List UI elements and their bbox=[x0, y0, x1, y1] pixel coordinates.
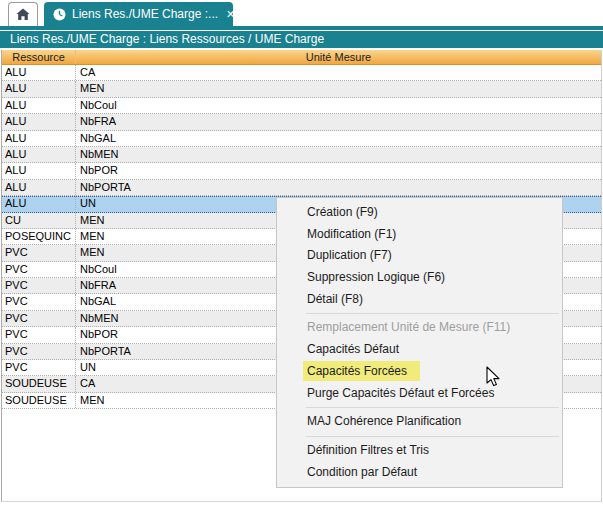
home-icon bbox=[16, 8, 30, 21]
menu-item[interactable]: Capacités Défaut bbox=[277, 339, 562, 361]
menu-item[interactable]: Création (F9) bbox=[277, 202, 562, 224]
breadcrumb: Liens Res./UME Charge : Liens Ressources… bbox=[0, 31, 603, 48]
menu-separator bbox=[306, 436, 559, 437]
cell-ressource: SOUDEUSE bbox=[2, 376, 76, 391]
cell-unite-mesure: NbMEN bbox=[76, 147, 601, 162]
cell-ressource: ALU bbox=[2, 163, 76, 178]
menu-item-label: Duplication (F7) bbox=[307, 248, 392, 262]
app-window: Liens Res./UME Charge :... ✕ Liens Res./… bbox=[0, 0, 603, 506]
menu-item[interactable]: Purge Capacités Défaut et Forcées bbox=[277, 383, 562, 405]
menu-item-label: Capacités Forcées bbox=[303, 361, 420, 381]
menu-item[interactable]: Capacités Forcées bbox=[277, 361, 562, 383]
cell-ressource: ALU bbox=[2, 147, 76, 162]
table-row[interactable]: ALUMEN bbox=[2, 81, 601, 97]
cell-ressource: PVC bbox=[2, 245, 76, 260]
cell-ressource: PVC bbox=[2, 327, 76, 342]
cell-unite-mesure: NbGAL bbox=[76, 131, 601, 146]
context-menu: Création (F9)Modification (F1)Duplicatio… bbox=[276, 197, 563, 488]
cell-ressource: CU bbox=[2, 213, 76, 228]
cell-ressource: ALU bbox=[2, 114, 76, 129]
menu-item-label: Condition par Défaut bbox=[307, 465, 417, 479]
grid-header: Ressource Unité Mesure bbox=[2, 50, 601, 65]
menu-item-label: Création (F9) bbox=[307, 205, 378, 219]
table-row[interactable]: ALUNbPORTA bbox=[2, 180, 601, 196]
menu-item-label: Capacités Défaut bbox=[307, 342, 399, 356]
cell-ressource: ALU bbox=[2, 98, 76, 113]
cell-ressource: PVC bbox=[2, 262, 76, 277]
cell-ressource: SOUDEUSE bbox=[2, 393, 76, 408]
cell-unite-mesure: NbFRA bbox=[76, 114, 601, 129]
table-row[interactable]: ALUNbPOR bbox=[2, 163, 601, 179]
menu-separator bbox=[306, 407, 559, 408]
cell-ressource: ALU bbox=[2, 65, 76, 80]
menu-item-label: Modification (F1) bbox=[307, 227, 396, 241]
cell-unite-mesure: NbPORTA bbox=[76, 180, 601, 195]
menu-item[interactable]: Détail (F8) bbox=[277, 289, 562, 311]
menu-item-label: Suppression Logique (F6) bbox=[307, 270, 445, 284]
home-tab[interactable] bbox=[8, 2, 38, 26]
tab-bar: Liens Res./UME Charge :... ✕ bbox=[0, 0, 603, 30]
menu-separator bbox=[306, 313, 559, 314]
tab-close-icon[interactable]: ✕ bbox=[224, 7, 237, 22]
cell-unite-mesure: NbPOR bbox=[76, 163, 601, 178]
cell-ressource: PVC bbox=[2, 278, 76, 293]
cell-unite-mesure: MEN bbox=[76, 81, 601, 96]
cell-ressource: ALU bbox=[2, 180, 76, 195]
table-row[interactable]: ALUNbGAL bbox=[2, 131, 601, 147]
column-header-ressource[interactable]: Ressource bbox=[2, 50, 76, 64]
menu-item[interactable]: Condition par Défaut bbox=[277, 462, 562, 484]
table-row[interactable]: ALUCA bbox=[2, 65, 601, 81]
menu-item[interactable]: Définition Filtres et Tris bbox=[277, 440, 562, 462]
tab-strip bbox=[0, 26, 603, 30]
menu-item[interactable]: Duplication (F7) bbox=[277, 245, 562, 267]
active-tab-label: Liens Res./UME Charge :... bbox=[72, 7, 218, 21]
cell-ressource: PVC bbox=[2, 360, 76, 375]
menu-item[interactable]: MAJ Cohérence Planification bbox=[277, 411, 562, 433]
cell-ressource: PVC bbox=[2, 294, 76, 309]
menu-item[interactable]: Suppression Logique (F6) bbox=[277, 267, 562, 289]
menu-item: Remplacement Unité de Mesure (F11) bbox=[277, 317, 562, 339]
menu-item-label: MAJ Cohérence Planification bbox=[307, 414, 461, 428]
cell-ressource: PVC bbox=[2, 311, 76, 326]
menu-item-label: Définition Filtres et Tris bbox=[307, 443, 429, 457]
column-header-unite-mesure[interactable]: Unité Mesure bbox=[76, 50, 601, 64]
clock-icon bbox=[53, 8, 66, 21]
menu-item-label: Purge Capacités Défaut et Forcées bbox=[307, 386, 494, 400]
table-row[interactable]: ALUNbFRA bbox=[2, 114, 601, 130]
cell-unite-mesure: NbCoul bbox=[76, 98, 601, 113]
active-tab[interactable]: Liens Res./UME Charge :... ✕ bbox=[44, 2, 233, 26]
cell-ressource: ALU bbox=[2, 81, 76, 96]
cell-ressource: ALU bbox=[2, 131, 76, 146]
cell-ressource: ALU bbox=[2, 196, 76, 211]
table-row[interactable]: ALUNbMEN bbox=[2, 147, 601, 163]
menu-item[interactable]: Modification (F1) bbox=[277, 224, 562, 246]
menu-item-label: Remplacement Unité de Mesure (F11) bbox=[307, 320, 510, 334]
table-row[interactable]: ALUNbCoul bbox=[2, 98, 601, 114]
cell-ressource: POSEQUINC bbox=[2, 229, 76, 244]
cell-unite-mesure: CA bbox=[76, 65, 601, 80]
cell-ressource: PVC bbox=[2, 344, 76, 359]
menu-item-label: Détail (F8) bbox=[307, 292, 363, 306]
